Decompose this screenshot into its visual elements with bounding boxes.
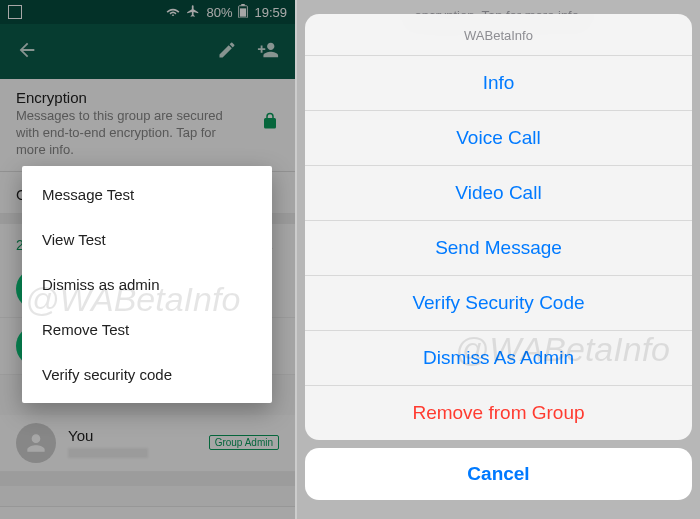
sheet-option-dismiss-admin[interactable]: Dismiss As Admin	[305, 331, 692, 386]
sheet-cancel-button[interactable]: Cancel	[305, 448, 692, 500]
ios-screenshot: encryption. Tap for more info. Clear Cha…	[297, 0, 700, 519]
sheet-option-voice-call[interactable]: Voice Call	[305, 111, 692, 166]
menu-item-verify-code[interactable]: Verify security code	[22, 352, 272, 397]
menu-item-view[interactable]: View Test	[22, 217, 272, 262]
sheet-option-video-call[interactable]: Video Call	[305, 166, 692, 221]
sheet-title: WABetaInfo	[305, 14, 692, 56]
sheet-option-info[interactable]: Info	[305, 56, 692, 111]
menu-item-remove[interactable]: Remove Test	[22, 307, 272, 352]
menu-item-dismiss-admin[interactable]: Dismiss as admin	[22, 262, 272, 307]
sheet-option-remove-group[interactable]: Remove from Group	[305, 386, 692, 440]
menu-item-message[interactable]: Message Test	[22, 172, 272, 217]
sheet-option-verify-code[interactable]: Verify Security Code	[305, 276, 692, 331]
action-sheet-group: WABetaInfo Info Voice Call Video Call Se…	[305, 14, 692, 440]
android-screenshot: 80% 19:59 Encryption Messages to this gr…	[0, 0, 297, 519]
action-sheet: WABetaInfo Info Voice Call Video Call Se…	[305, 14, 692, 511]
sheet-option-send-message[interactable]: Send Message	[305, 221, 692, 276]
context-menu: Message Test View Test Dismiss as admin …	[22, 166, 272, 403]
